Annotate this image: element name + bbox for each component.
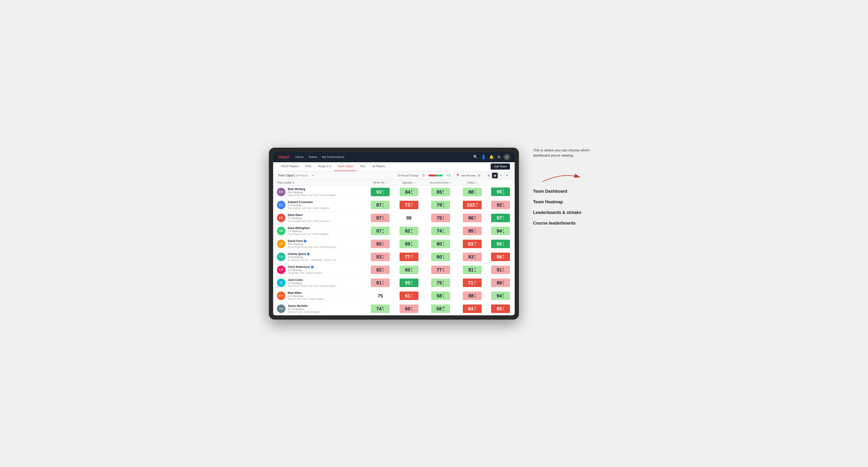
tab-team-clippd[interactable]: Team Clippd (334, 162, 356, 171)
score-box: 77 3 ▼ (431, 266, 450, 274)
table-row: JC Josh Coles 1-5 Handicap Royal North D… (273, 276, 515, 289)
player-club: St. George's Hill GC - Weybridge - Surre… (288, 259, 338, 261)
score-change: 1 ▲ (382, 203, 384, 207)
score-change: 3 ▲ (503, 242, 504, 246)
score-box: 97 5 ▲ (491, 214, 510, 222)
player-cell[interactable]: DF David Ford ✓ Plus Handicap Royal Nort… (273, 237, 366, 250)
player-cell[interactable]: MM Matt Miller 6-10 Handicap Woburn Golf… (273, 289, 366, 302)
add-team-button[interactable]: Add Team (491, 163, 510, 169)
tab-all-players[interactable]: All Players (369, 162, 389, 171)
score-change: 4 ▲ (443, 293, 445, 298)
score-change: 2 ▼ (503, 280, 504, 285)
player-info: Edward Crossman 1-5 Handicap Sunningdale… (288, 200, 330, 210)
score-change: 4 ▲ (411, 228, 413, 233)
score-change: 4 ▲ (474, 268, 476, 272)
score-value: 61 (405, 293, 410, 298)
person-icon[interactable]: 👤 (481, 155, 486, 159)
col-around-green[interactable]: Around the Green — (423, 180, 458, 186)
tab-hcaps[interactable]: Hcaps 1-5 (315, 162, 334, 171)
score-value: 77 (437, 268, 442, 272)
view-download-icon[interactable]: ⬇ (504, 173, 510, 178)
view-grid-icon[interactable]: ⊞ (486, 173, 492, 178)
player-cell[interactable]: CR Chris Robertson ✓ 1-5 Handicap Craigm… (273, 263, 366, 276)
score-box: 85 3 ▼ (463, 227, 482, 235)
score-change: 9 ▲ (382, 190, 384, 194)
table-row: EC Edward Crossman 1-5 Handicap Sunningd… (273, 198, 515, 211)
putting-score: 94 1 ▲ (487, 224, 515, 237)
tab-pga[interactable]: PGA (302, 162, 315, 171)
player-cell[interactable]: AN Aaron Nicholls 11-15 Handicap Drift G… (273, 302, 366, 315)
bell-icon[interactable]: 🔔 (489, 155, 494, 159)
score-box: 77 14 ▼ (400, 253, 418, 261)
score-change: 3 ▲ (443, 242, 445, 246)
avatar[interactable]: U (504, 154, 510, 160)
score-change: 8 ▼ (503, 254, 504, 259)
score-value: 80 (437, 254, 442, 259)
player-cell[interactable]: EC Edward Crossman 1-5 Handicap Sunningd… (273, 198, 366, 211)
score-value: 73 (405, 203, 410, 207)
last-rounds-button[interactable]: 📅 Last Rounds: 20 (454, 173, 483, 178)
score-change: 3 ▼ (382, 254, 384, 259)
player-avatar: EC (277, 201, 285, 209)
approach-score: 77 3 ▼ (423, 263, 458, 276)
player-cell[interactable]: EE Elliot Ebert 1-5 Handicap Sunningdale… (273, 211, 366, 224)
around-green-score: 81 4 ▲ (458, 263, 487, 276)
score-value: 86 (497, 254, 502, 259)
search-icon[interactable]: 🔍 (473, 155, 478, 159)
view-list-icon[interactable]: ≡ (498, 173, 504, 178)
col-player-quality[interactable]: Player Quality ▼ (273, 180, 366, 186)
off-tee-score: 95 8 ▲ (395, 276, 423, 289)
score-value: 93 (376, 190, 382, 194)
player-club: Royal North Devon Golf Club, United King… (288, 246, 336, 248)
player-cell[interactable]: CQ Charlie Quick ✓ 6-10 Handicap St. Geo… (273, 250, 366, 263)
player-handicap: 1-5 Handicap (288, 217, 330, 220)
player-cell[interactable]: BM Blair McHarg Plus Handicap Royal Nort… (273, 185, 366, 198)
player-avatar: AN (277, 305, 285, 313)
sub-nav-links: PGAT Players PGA Hcaps 1-5 Team Clippd T… (278, 162, 491, 171)
settings-icon[interactable]: ⚙ (497, 155, 500, 159)
score-change: 3 ▼ (443, 216, 445, 220)
player-name: Blair McHarg (288, 187, 336, 191)
score-change: 11 ▼ (411, 203, 413, 207)
score-box: 84 21 ▼ (463, 305, 482, 313)
score-box: 75 2 ▲ (431, 279, 450, 287)
view-heatmap-icon[interactable]: ▦ (492, 173, 498, 178)
score-change: 11 ▼ (474, 280, 476, 285)
score-change: 8 ▼ (382, 306, 384, 311)
nav-link-teams[interactable]: Teams (308, 155, 317, 159)
col-off-tee[interactable]: Off the Tee — (366, 180, 395, 186)
nav-link-home[interactable]: Home (295, 155, 304, 159)
score-value: 92 (497, 203, 502, 207)
tab-tour[interactable]: Tour (356, 162, 369, 171)
score-value: 84 (468, 306, 473, 311)
player-avatar: MM (277, 291, 285, 300)
col-putting[interactable]: Putting — (458, 180, 487, 186)
annotation-panel: This is where you can choose which dashb… (533, 148, 599, 226)
score-box: 75 3 ▼ (431, 214, 450, 222)
player-cell[interactable]: DB Dave Billingham 1-5 Handicap Gog Mago… (273, 224, 366, 237)
score-value: 60 (405, 268, 410, 272)
player-cell[interactable]: JC Josh Coles 1-5 Handicap Royal North D… (273, 276, 366, 289)
player-avatar: DF (277, 240, 285, 248)
score-box: 83 3 ▼ (371, 253, 390, 261)
player-handicap: 1-5 Handicap (288, 282, 336, 284)
score-change: 1 ▲ (443, 254, 445, 259)
score-value: 81 (376, 280, 382, 285)
score-change: 2 ▲ (411, 268, 413, 272)
edit-icon[interactable]: ✏ (312, 174, 314, 177)
score-change: 6 ▲ (411, 190, 413, 194)
score-change: 3 ▲ (503, 293, 504, 298)
putting-score: 92 3 ▼ (487, 198, 515, 211)
tab-pgat-players[interactable]: PGAT Players (278, 162, 302, 171)
score-change: 7 ▲ (411, 242, 413, 246)
score-value: 94 (497, 293, 502, 298)
score-value: 84 (405, 190, 410, 194)
col-approach[interactable]: Approach — (395, 180, 423, 186)
table-row: DB Dave Billingham 1-5 Handicap Gog Mago… (273, 224, 515, 237)
score-change: 3 ▼ (443, 268, 445, 272)
last-rounds-value: 20 (478, 174, 480, 177)
score-change: 3 ▼ (503, 268, 504, 272)
score-box: 86 8 ▼ (491, 253, 510, 261)
nav-link-performance[interactable]: My Performance (322, 155, 344, 159)
off-tee-score: 61 3 ▼ (395, 289, 423, 302)
